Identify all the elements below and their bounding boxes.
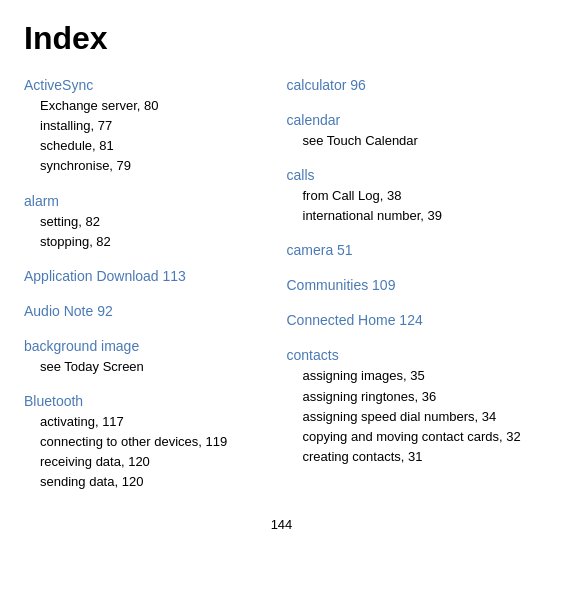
index-term: background image [24, 336, 277, 357]
index-section: calculator 96 [287, 75, 540, 96]
index-sub-item: receiving data, 120 [24, 452, 277, 472]
index-section: Application Download 113 [24, 266, 277, 287]
index-sub-item: from Call Log, 38 [287, 186, 540, 206]
index-sub-item: sending data, 120 [24, 472, 277, 492]
page-number: 144 [24, 517, 539, 532]
index-term: Application Download 113 [24, 266, 277, 287]
index-sub-item: synchronise, 79 [24, 156, 277, 176]
index-sub-item: assigning images, 35 [287, 366, 540, 386]
index-section: Communities 109 [287, 275, 540, 296]
index-section: Bluetoothactivating, 117connecting to ot… [24, 391, 277, 493]
index-term: Communities 109 [287, 275, 540, 296]
index-section: callsfrom Call Log, 38international numb… [287, 165, 540, 226]
index-term: calls [287, 165, 540, 186]
index-sub-item: assigning speed dial numbers, 34 [287, 407, 540, 427]
right-column: calculator 96calendarsee Touch Calendarc… [287, 75, 540, 507]
index-sub-item: setting, 82 [24, 212, 277, 232]
index-sub-item: activating, 117 [24, 412, 277, 432]
index-section: calendarsee Touch Calendar [287, 110, 540, 151]
index-term: Connected Home 124 [287, 310, 540, 331]
index-sub-item: connecting to other devices, 119 [24, 432, 277, 452]
index-section: Audio Note 92 [24, 301, 277, 322]
index-sub-item: see Today Screen [24, 357, 277, 377]
index-term: calendar [287, 110, 540, 131]
index-section: alarmsetting, 82stopping, 82 [24, 191, 277, 252]
index-sub-item: see Touch Calendar [287, 131, 540, 151]
index-layout: ActiveSyncExchange server, 80installing,… [24, 75, 539, 507]
index-term: calculator 96 [287, 75, 540, 96]
index-term: camera 51 [287, 240, 540, 261]
index-term: alarm [24, 191, 277, 212]
index-sub-item: copying and moving contact cards, 32 [287, 427, 540, 447]
index-term: ActiveSync [24, 75, 277, 96]
left-column: ActiveSyncExchange server, 80installing,… [24, 75, 277, 507]
index-sub-item: international number, 39 [287, 206, 540, 226]
index-section: ActiveSyncExchange server, 80installing,… [24, 75, 277, 177]
page-title: Index [24, 20, 539, 57]
index-section: camera 51 [287, 240, 540, 261]
index-sub-item: stopping, 82 [24, 232, 277, 252]
index-term: Audio Note 92 [24, 301, 277, 322]
index-sub-item: Exchange server, 80 [24, 96, 277, 116]
index-term: contacts [287, 345, 540, 366]
index-section: background imagesee Today Screen [24, 336, 277, 377]
index-sub-item: assigning ringtones, 36 [287, 387, 540, 407]
index-section: Connected Home 124 [287, 310, 540, 331]
index-sub-item: schedule, 81 [24, 136, 277, 156]
index-sub-item: installing, 77 [24, 116, 277, 136]
index-sub-item: creating contacts, 31 [287, 447, 540, 467]
index-term: Bluetooth [24, 391, 277, 412]
index-section: contactsassigning images, 35assigning ri… [287, 345, 540, 467]
